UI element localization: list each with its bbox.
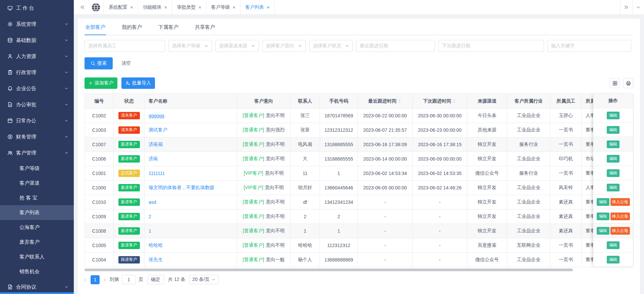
customer-name-link[interactable]: 济南福 <box>149 141 163 147</box>
prev-page-icon[interactable]: ‹ <box>85 277 87 283</box>
cell-customer-id: C1008 <box>85 224 114 238</box>
filter-next-follow-date[interactable]: 下次跟进日期 <box>438 40 544 52</box>
page-size-select[interactable]: 20 条/页 <box>189 275 218 284</box>
edit-button[interactable]: 编辑 <box>607 241 620 249</box>
column-header-label: 来源渠道 <box>478 98 496 104</box>
edit-button[interactable]: 编辑 <box>607 169 620 177</box>
sidebar-subitem-抢客宝[interactable]: 抢 客 宝 <box>0 190 74 205</box>
sidebar-bottom-partial-item[interactable] <box>0 292 74 294</box>
workspace-tab-客户等级[interactable]: 客户等级× <box>206 0 240 14</box>
sidebar-item-人力资源[interactable]: 人力资源 <box>0 48 74 64</box>
scrollbar-thumb[interactable] <box>85 269 573 271</box>
goto-page-input[interactable] <box>122 275 136 284</box>
batch-import-button[interactable]: 批量导入 <box>121 77 155 89</box>
sidebar-item-合同协议[interactable]: 合同协议 <box>0 279 74 294</box>
customer-name-link[interactable]: 做文明的体验者，不要乱填数据 <box>149 185 214 190</box>
placeholder-text: 输入关键字 <box>551 43 575 49</box>
sidebar-subitem-销售机会[interactable]: 销售机会 <box>0 264 74 279</box>
confirm-page-button[interactable]: 确定 <box>147 275 164 284</box>
column-settings-button[interactable] <box>610 78 620 88</box>
edit-button[interactable]: 编辑 <box>597 227 609 235</box>
customer-name-link[interactable]: gggggg <box>149 113 164 118</box>
globe-icon[interactable] <box>92 3 100 12</box>
view-tab-共享客户[interactable]: 共享客户 <box>194 19 216 35</box>
sidebar-subitem-客户列表[interactable]: 客户列表 <box>0 205 74 220</box>
column-header-last-follow-time[interactable]: 最近跟进时间 <box>358 94 413 109</box>
sidebar-subitem-客户等级[interactable]: 客户等级 <box>0 161 74 176</box>
workspace-tab-客户列表[interactable]: 客户列表× <box>240 0 275 14</box>
double-chevron-right-icon <box>624 5 629 10</box>
view-tab-下属客户[interactable]: 下属客户 <box>158 19 179 35</box>
close-icon[interactable]: × <box>267 5 270 10</box>
tabs-menu-chevron-down-icon[interactable] <box>632 0 644 14</box>
workspace-tab-审批类型[interactable]: 审批类型× <box>172 0 206 14</box>
sidebar-subitem-公海客户[interactable]: 公海客户 <box>0 220 74 235</box>
move-to-public-sea-button[interactable]: 移入公海 <box>610 198 630 206</box>
edit-button[interactable]: 编辑 <box>597 198 609 206</box>
sidebar-item-日常办公[interactable]: 日常办公 <box>0 113 74 129</box>
sidebar-item-基础数据[interactable]: 基础数据 <box>0 32 74 48</box>
collapse-tabs-icon[interactable] <box>76 0 88 14</box>
cell-next-follow-time: - <box>413 210 467 224</box>
edit-button[interactable]: 编辑 <box>607 112 620 119</box>
customer-name-link[interactable]: 测试客户 <box>149 127 167 132</box>
customer-name-link[interactable]: 哈哈哈 <box>149 242 163 248</box>
filter-channel-source[interactable]: 选择渠道来源 <box>215 40 259 52</box>
workspace-tab-功能模块[interactable]: 功能模块× <box>138 0 172 14</box>
filter-customer-level[interactable]: 选择客户等级 <box>168 40 212 52</box>
scroll-tabs-right-icon[interactable] <box>620 0 632 14</box>
move-to-public-sea-button[interactable]: 移入公海 <box>610 227 630 235</box>
sidebar-subitem-废弃客户[interactable]: 废弃客户 <box>0 235 74 249</box>
sidebar-item-行政管理[interactable]: 行政管理 <box>0 64 74 80</box>
column-header-next-follow-time[interactable]: 下次跟进时间 <box>413 94 467 109</box>
filter-keyword-input[interactable]: 输入关键字 <box>547 40 631 52</box>
sidebar-item-系统管理[interactable]: 系统管理 <box>0 16 74 32</box>
move-to-public-sea-button[interactable]: 移入公海 <box>610 213 630 220</box>
close-icon[interactable]: × <box>164 5 167 10</box>
customer-name-link[interactable]: 1 <box>149 228 151 234</box>
filter-last-follow-date[interactable]: 最近跟进日期 <box>356 40 435 52</box>
filter-customer-status[interactable]: 选择客户状态 <box>309 40 353 52</box>
chevron-down-icon <box>64 22 68 26</box>
workspace-tabs: 系统配置×功能模块×审批类型×客户等级×客户列表× <box>104 0 275 14</box>
customer-name-link[interactable]: 1111111 <box>149 171 165 176</box>
cell-phone-number: 112312312 <box>320 238 358 253</box>
export-button[interactable] <box>623 78 633 88</box>
cell-last-follow-time: - <box>358 253 413 267</box>
sidebar-subitem-客户渠道[interactable]: 客户渠道 <box>0 176 74 190</box>
edit-button[interactable]: 编辑 <box>607 126 620 134</box>
edit-button[interactable]: 编辑 <box>607 184 620 191</box>
close-icon[interactable]: × <box>232 5 235 10</box>
edit-button[interactable]: 编辑 <box>597 213 609 220</box>
close-icon[interactable]: × <box>130 5 133 10</box>
customer-name-link[interactable]: asd <box>149 199 156 205</box>
customer-name-link[interactable]: 张先生 <box>149 257 163 262</box>
cell-next-follow-time: 2023-06-02 14:48:26 <box>413 181 467 195</box>
workspace-tab-系统配置[interactable]: 系统配置× <box>104 0 138 14</box>
next-page-icon[interactable]: › <box>104 277 106 283</box>
filter-owner-employee[interactable]: 选择所属员工 <box>85 40 165 52</box>
customer-name-link[interactable]: 2 <box>149 214 151 219</box>
filter-customer-intent[interactable]: 选择客户意向 <box>262 40 306 52</box>
sidebar-item-财务管理[interactable]: 财务管理 <box>0 129 74 145</box>
search-button[interactable]: 搜索 <box>85 57 113 69</box>
actions-cell: 编辑 <box>593 152 633 166</box>
clear-button[interactable]: 清空 <box>121 60 131 66</box>
edit-button[interactable]: 编辑 <box>607 155 620 163</box>
page-number-current[interactable]: 1 <box>91 275 100 284</box>
cell-phone-number: 13188885555 <box>320 152 358 166</box>
edit-button[interactable]: 编辑 <box>607 256 620 263</box>
view-tab-全部客户[interactable]: 全部客户 <box>85 19 106 35</box>
edit-button[interactable]: 编辑 <box>607 140 620 148</box>
view-tab-我的客户[interactable]: 我的客户 <box>121 19 143 35</box>
sidebar-item-办公审批[interactable]: 办公审批 <box>0 97 74 113</box>
add-customer-button[interactable]: 添加客户 <box>85 77 117 89</box>
customer-name-link[interactable]: 济南 <box>149 156 158 161</box>
sidebar-item-客户管理[interactable]: 客户管理 <box>0 145 74 161</box>
sidebar-item-企业公告[interactable]: 企业公告 <box>0 80 74 97</box>
sidebar-item-工作台[interactable]: 工 作 台 <box>0 0 74 16</box>
close-icon[interactable]: × <box>199 5 202 10</box>
horizontal-scrollbar[interactable] <box>85 268 633 272</box>
sidebar-subitem-客户联系人[interactable]: 客户联系人 <box>0 249 74 264</box>
tab-label: 审批类型 <box>177 4 196 10</box>
